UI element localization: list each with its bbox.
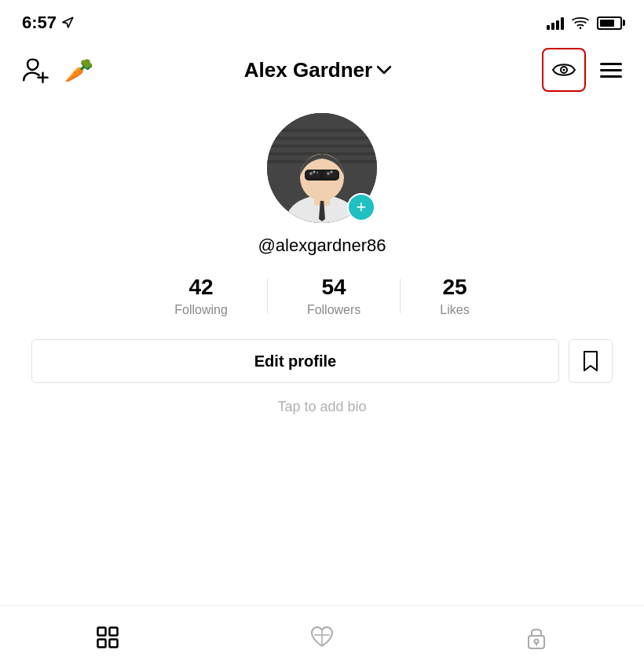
svg-rect-10 [267, 144, 377, 148]
followers-label: Followers [307, 303, 360, 317]
followers-count: 54 [322, 275, 346, 300]
svg-marker-0 [63, 17, 73, 27]
carrot-icon: 🥕 [64, 57, 93, 84]
eye-button[interactable] [542, 48, 586, 92]
bookmark-icon [581, 350, 600, 372]
menu-button[interactable] [600, 63, 622, 78]
time-display: 6:57 [22, 13, 57, 33]
following-count: 42 [189, 275, 214, 300]
followers-stat[interactable]: 54 Followers [268, 275, 400, 317]
tab-liked[interactable] [291, 614, 353, 661]
nav-right [542, 48, 622, 92]
svg-point-1 [580, 27, 582, 29]
svg-point-22 [327, 172, 330, 175]
svg-point-20 [313, 171, 316, 173]
avatar-wrapper: + [267, 113, 377, 223]
tab-grid[interactable] [76, 614, 139, 661]
following-stat[interactable]: 42 Following [135, 275, 267, 317]
liked-icon [309, 626, 335, 649]
svg-point-23 [331, 171, 333, 173]
lock-icon [526, 625, 547, 650]
status-time: 6:57 [22, 13, 74, 33]
wifi-icon [572, 16, 589, 29]
likes-label: Likes [440, 303, 469, 317]
top-nav: 🥕 Alex Gardner [0, 42, 644, 97]
tab-private[interactable] [505, 614, 568, 661]
svg-rect-24 [97, 627, 105, 635]
action-row: Edit profile [0, 339, 644, 383]
bio-hint[interactable]: Tap to add bio [277, 399, 366, 415]
status-bar: 6:57 [0, 0, 644, 42]
nav-center[interactable]: Alex Gardner [244, 58, 391, 82]
eye-icon [552, 61, 576, 78]
bottom-tabs [0, 605, 644, 668]
svg-point-5 [562, 69, 565, 71]
svg-point-19 [309, 172, 313, 175]
status-icons [547, 16, 622, 30]
add-user-button[interactable] [22, 56, 50, 84]
profile-section: + @alexgardner86 42 Following 54 Followe… [0, 97, 644, 439]
location-arrow-icon [61, 16, 74, 29]
battery-icon [597, 16, 622, 30]
svg-rect-26 [97, 639, 105, 647]
chevron-down-icon [377, 65, 391, 75]
add-user-icon [23, 57, 49, 83]
following-label: Following [174, 303, 228, 317]
likes-count: 25 [442, 275, 467, 300]
username-label: Alex Gardner [244, 58, 372, 82]
stats-row: 42 Following 54 Followers 25 Likes [0, 275, 644, 317]
svg-rect-27 [109, 639, 117, 647]
likes-stat[interactable]: 25 Likes [401, 275, 508, 317]
add-photo-button[interactable]: + [347, 193, 375, 221]
signal-icon [547, 16, 564, 30]
nav-left: 🥕 [22, 56, 93, 84]
user-handle: @alexgardner86 [258, 235, 386, 256]
svg-rect-8 [267, 129, 377, 132]
svg-rect-9 [267, 137, 377, 140]
grid-icon [96, 626, 119, 649]
svg-rect-25 [109, 627, 117, 635]
edit-profile-button[interactable]: Edit profile [31, 339, 559, 383]
bookmark-button[interactable] [569, 339, 613, 383]
svg-point-21 [317, 172, 318, 173]
